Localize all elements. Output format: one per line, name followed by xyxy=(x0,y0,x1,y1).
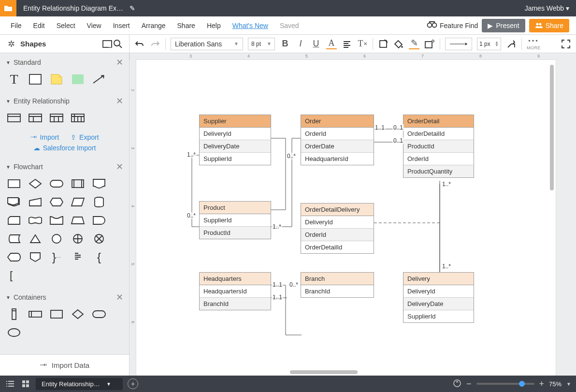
menu-share[interactable]: Share xyxy=(173,19,199,32)
menu-file[interactable]: File xyxy=(7,19,26,32)
entity-headquarters[interactable]: Headquarters HeadquartersId BranchId xyxy=(199,272,271,310)
shape-options-icon[interactable] xyxy=(424,39,435,49)
line-width-select[interactable]: 1 px▲▼ xyxy=(477,38,501,50)
zoom-value[interactable]: 75% xyxy=(549,380,562,388)
fc-diamond[interactable] xyxy=(28,178,43,189)
fc-cyl[interactable] xyxy=(92,196,106,208)
import-data-button[interactable]: ⭲ Import Data xyxy=(0,354,129,376)
edit-title-icon[interactable]: ✎ xyxy=(130,4,135,12)
share-button[interactable]: Share xyxy=(529,19,569,32)
fc-wave[interactable] xyxy=(49,215,64,226)
add-page-button[interactable]: + xyxy=(128,378,138,389)
er-shape-2[interactable] xyxy=(28,112,43,124)
fc-card[interactable] xyxy=(7,215,21,226)
menu-view[interactable]: View xyxy=(83,19,105,32)
panel-flowchart[interactable]: ▼Flowchart✕ xyxy=(0,158,129,176)
fc-predef[interactable] xyxy=(71,178,85,189)
fc-stored[interactable] xyxy=(7,233,21,245)
fc-extract[interactable] xyxy=(28,233,43,245)
line-style-select[interactable] xyxy=(445,38,472,50)
underline-icon[interactable]: U xyxy=(311,39,321,49)
panel-entity[interactable]: ▼Entity Relationship✕ xyxy=(0,92,129,110)
fc-doc[interactable] xyxy=(92,178,106,189)
fc-multidoc[interactable] xyxy=(7,196,21,208)
fc-trap[interactable] xyxy=(71,215,85,226)
close-icon[interactable]: ✕ xyxy=(116,57,123,68)
er-shape-3[interactable] xyxy=(49,112,64,124)
salesforce-link[interactable]: ☁Salesforce Import xyxy=(0,144,129,158)
panel-standard[interactable]: ▼Standard✕ xyxy=(0,53,129,72)
menu-arrange[interactable]: Arrange xyxy=(138,19,170,32)
text-shape[interactable]: T xyxy=(7,73,21,85)
export-link[interactable]: ⇪Export xyxy=(71,133,99,141)
fc-terminator[interactable] xyxy=(49,178,64,189)
entity-orderdetaildelivery[interactable]: OrderDetailDelivery DeliveryId OrderId O… xyxy=(301,203,374,254)
fc-tape[interactable] xyxy=(28,215,43,226)
entity-branch[interactable]: Branch BranchId xyxy=(301,272,374,298)
close-icon[interactable]: ✕ xyxy=(116,161,123,172)
cont-1[interactable] xyxy=(7,308,21,320)
search-icon[interactable] xyxy=(113,39,123,49)
fc-brace-l[interactable]: { xyxy=(92,251,106,263)
fc-para[interactable] xyxy=(71,196,85,208)
cont-5[interactable] xyxy=(92,308,106,320)
undo-icon[interactable] xyxy=(134,39,145,49)
fc-brace-r[interactable]: }⋯ xyxy=(49,251,64,263)
entity-product[interactable]: Product SupplierId ProductId xyxy=(199,201,271,239)
panel-containers[interactable]: ▼Containers✕ xyxy=(0,288,129,306)
menu-select[interactable]: Select xyxy=(53,19,79,32)
arrow-shape[interactable] xyxy=(92,73,106,85)
fc-input[interactable] xyxy=(28,196,43,208)
block-shape[interactable] xyxy=(71,73,85,85)
text-align-icon[interactable] xyxy=(342,39,352,49)
entity-supplier[interactable]: Supplier DeliveryId DeliveryDate Supplie… xyxy=(199,115,271,165)
scrollbar-horizontal[interactable] xyxy=(145,370,532,374)
text-color-icon[interactable]: A xyxy=(326,39,337,49)
close-icon[interactable]: ✕ xyxy=(116,96,123,106)
menu-help[interactable]: Help xyxy=(203,19,225,32)
image-icon[interactable] xyxy=(102,39,113,49)
entity-orderdetail[interactable]: OrderDetail OrderDetailId ProductId Orde… xyxy=(403,115,474,178)
entity-order[interactable]: Order OrderId OrderDate HeadquartersId xyxy=(301,115,374,165)
list-view-icon[interactable] xyxy=(5,378,15,389)
scrollbar-vertical[interactable] xyxy=(550,65,554,372)
document-title[interactable]: Entity Relationship Diagram Exa… xyxy=(23,4,125,12)
fc-or[interactable] xyxy=(92,233,106,245)
fc-bracket[interactable]: [ xyxy=(7,270,21,281)
zoom-out-icon[interactable]: − xyxy=(466,379,472,389)
clear-format-icon[interactable]: T✕ xyxy=(357,39,368,49)
fullscreen-icon[interactable] xyxy=(561,39,571,49)
fc-sumjunc[interactable] xyxy=(71,233,85,245)
menu-whats-new[interactable]: What's New xyxy=(229,19,272,32)
present-button[interactable]: ▶ Present xyxy=(482,19,525,32)
italic-icon[interactable]: I xyxy=(295,39,306,49)
fc-rect[interactable] xyxy=(7,178,21,189)
feature-find-button[interactable]: Feature Find xyxy=(427,21,478,29)
rect-shape[interactable] xyxy=(28,73,43,85)
font-size-select[interactable]: 8 pt▼ xyxy=(248,38,275,50)
fc-circle[interactable] xyxy=(49,233,64,245)
bold-icon[interactable]: B xyxy=(280,39,290,49)
cont-6[interactable] xyxy=(7,327,21,338)
fc-delay[interactable] xyxy=(92,215,106,226)
entity-delivery[interactable]: Delivery DeliveryId DeliveryDate Supplie… xyxy=(403,272,474,323)
fc-offpage[interactable] xyxy=(28,251,43,263)
import-link[interactable]: ⭲Import xyxy=(30,133,59,141)
cont-2[interactable] xyxy=(28,308,43,320)
user-menu[interactable]: James Webb ▾ xyxy=(525,4,569,12)
er-shape-4[interactable] xyxy=(71,112,85,124)
menu-edit[interactable]: Edit xyxy=(29,19,49,32)
zoom-slider[interactable] xyxy=(476,383,534,385)
fill-icon[interactable] xyxy=(393,39,404,49)
more-button[interactable]: ••• MORE xyxy=(527,37,541,50)
note-shape[interactable] xyxy=(49,73,64,85)
zoom-in-icon[interactable]: + xyxy=(539,379,545,389)
page-tab[interactable]: Entity Relationship Dia…▼ xyxy=(36,378,123,390)
gear-icon[interactable]: ✲ xyxy=(6,39,16,49)
er-shape-1[interactable] xyxy=(7,112,21,124)
menu-insert[interactable]: Insert xyxy=(109,19,134,32)
shape-border-icon[interactable] xyxy=(378,39,389,49)
fc-display[interactable] xyxy=(7,251,21,263)
fc-hex[interactable] xyxy=(49,196,64,208)
sync-icon[interactable] xyxy=(453,379,461,389)
